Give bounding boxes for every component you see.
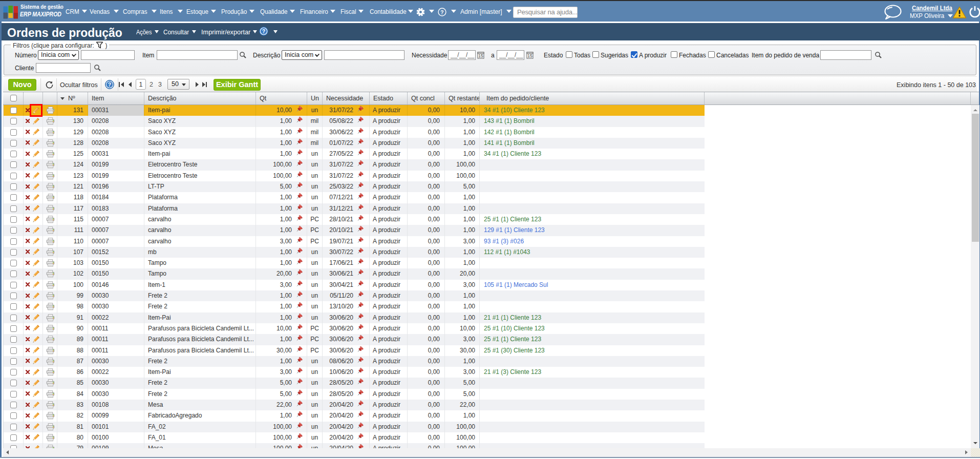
svg-text:?: ? [262,28,265,34]
svg-text:15: 15 [527,53,532,58]
svg-text:15: 15 [478,53,483,58]
svg-text:?: ? [440,10,443,15]
svg-text:?: ? [108,81,111,88]
